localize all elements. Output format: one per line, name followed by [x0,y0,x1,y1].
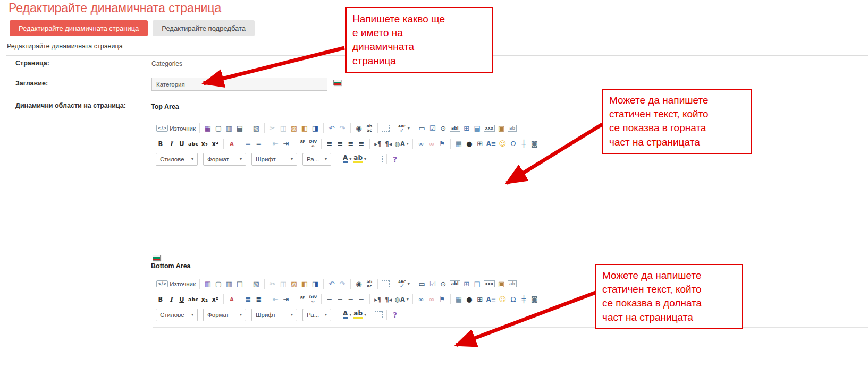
decrease-indent-button[interactable]: ⇤ [271,138,280,150]
paste-as-text-button[interactable]: ◧ [300,123,309,134]
checkbox-button[interactable]: ☑ [428,278,437,290]
replace-button[interactable]: abac [365,123,374,134]
bulleted-list-button[interactable]: ≣ [254,138,264,150]
select-all-button[interactable] [381,278,391,290]
find-button[interactable]: ◉ [354,123,364,134]
replace-button[interactable]: abac [365,278,374,290]
styles-dropdown-button[interactable]: Стилове▾ [156,309,198,321]
align-left-button[interactable]: ≡ [325,138,334,150]
page-break-button[interactable]: ╪ [519,138,528,150]
increase-indent-button[interactable]: ⇥ [281,294,291,305]
language-button[interactable]: ◍A▾ [394,138,409,150]
cut-button[interactable]: ✂ [268,123,277,134]
about-button[interactable]: ? [390,309,400,321]
paste-from-word-button[interactable]: ◨ [310,123,320,134]
remove-format-button[interactable]: A [227,138,237,150]
unlink-button[interactable]: ∞ [427,138,436,150]
title-input[interactable] [151,78,327,91]
numbered-list-button[interactable]: ≣ [243,294,253,305]
background-color-button[interactable]: ab▾ [353,309,367,321]
language-button[interactable]: ◍A▾ [394,294,409,305]
tab-edit-ordering[interactable]: Редактирайте подредбата [153,20,255,36]
hidden-field-button[interactable]: ab [507,123,517,134]
horizontal-rule-button[interactable]: A≡ [486,138,497,150]
paste-button[interactable]: ▨ [289,278,299,290]
horizontal-rule-button[interactable]: A≡ [486,294,497,305]
subscript-button[interactable]: x₂ [200,294,209,305]
remove-format-button[interactable]: A [227,294,237,305]
table-button[interactable]: ⊞ [475,138,485,150]
bottom-area-editor-content[interactable] [153,328,868,385]
spell-check-button[interactable]: ABC✓▾ [398,123,410,134]
tab-edit-dynamic-page[interactable]: Редактирайте динамичната страница [10,20,148,36]
align-right-button[interactable]: ≡ [346,294,356,305]
spell-check-button[interactable]: ABC✓▾ [398,278,410,290]
hidden-field-button[interactable]: ab [507,278,517,290]
copy-button[interactable]: ◫ [279,278,288,290]
superscript-button[interactable]: x² [210,138,220,150]
undo-button[interactable]: ↶ [327,278,336,290]
italic-button[interactable]: I [166,138,176,150]
link-button[interactable]: ∞ [416,294,426,305]
strikethrough-button[interactable]: abc [188,294,199,305]
save-button[interactable]: ▦ [203,278,213,290]
align-justify-button[interactable]: ≡ [357,294,366,305]
superscript-button[interactable]: x² [210,294,220,305]
about-button[interactable]: ? [390,153,400,165]
button-field-button[interactable]: xxx [483,123,495,134]
numbered-list-button[interactable]: ≣ [243,138,253,150]
maximize-button[interactable] [374,309,383,321]
styles-dropdown-button[interactable]: Стилове▾ [156,153,198,166]
unlink-button[interactable]: ∞ [427,294,436,305]
bold-button[interactable]: B [156,138,165,150]
align-right-button[interactable]: ≡ [346,138,356,150]
format-dropdown-button[interactable]: Формат▾ [203,153,246,166]
bold-button[interactable]: B [156,294,165,305]
align-center-button[interactable]: ≡ [335,138,345,150]
text-field-button[interactable]: abl [449,278,461,290]
anchor-button[interactable]: ⚑ [437,138,447,150]
textarea-button[interactable]: ⊞ [462,278,471,290]
flash-button[interactable]: ● [465,138,474,150]
print-button[interactable]: ▤ [235,123,245,134]
form-button[interactable]: ▭ [417,123,427,134]
print-button[interactable]: ▤ [235,278,245,290]
strikethrough-button[interactable]: abc [188,138,199,150]
iframe-button[interactable]: ◙ [529,138,539,150]
redo-button[interactable]: ↷ [338,123,347,134]
decrease-indent-button[interactable]: ⇤ [271,294,280,305]
text-direction-rtl-button[interactable]: ¶◂ [384,294,393,305]
text-direction-ltr-button[interactable]: ▸¶ [373,138,383,150]
templates-button[interactable]: ▧ [251,278,261,290]
smiley-button[interactable]: ☺ [498,138,507,150]
text-direction-ltr-button[interactable]: ▸¶ [373,294,383,305]
radio-button-button[interactable]: ⊙ [439,278,448,290]
cut-button[interactable]: ✂ [268,278,277,290]
underline-button[interactable]: U [177,138,187,150]
find-button[interactable]: ◉ [354,278,364,290]
radio-button-button[interactable]: ⊙ [439,123,448,134]
div-container-button[interactable]: DIV‹› [308,294,318,305]
textarea-button[interactable]: ⊞ [462,123,471,134]
form-button[interactable]: ▭ [417,278,427,290]
format-dropdown-button[interactable]: Формат▾ [203,309,246,321]
top-area-editor-content[interactable] [153,172,868,254]
table-button[interactable]: ⊞ [475,294,485,305]
save-button[interactable]: ▦ [203,123,213,134]
image-button[interactable]: ▦ [454,138,464,150]
templates-button[interactable]: ▧ [251,123,261,134]
maximize-button[interactable] [374,153,383,165]
flash-button[interactable]: ● [465,294,474,305]
size-dropdown-button[interactable]: Ра...▾ [302,153,331,166]
undo-button[interactable]: ↶ [327,123,336,134]
font-dropdown-button[interactable]: Шрифт▾ [251,309,297,321]
subscript-button[interactable]: x₂ [200,138,209,150]
image-button[interactable]: ▦ [454,294,464,305]
align-left-button[interactable]: ≡ [325,294,334,305]
image-button-button[interactable]: ▣ [496,278,506,290]
smiley-button[interactable]: ☺ [498,294,507,305]
preview-button[interactable]: ▥ [224,278,234,290]
blockquote-button[interactable]: ” [298,294,307,305]
iframe-button[interactable]: ◙ [529,294,539,305]
preview-button[interactable]: ▥ [224,123,234,134]
